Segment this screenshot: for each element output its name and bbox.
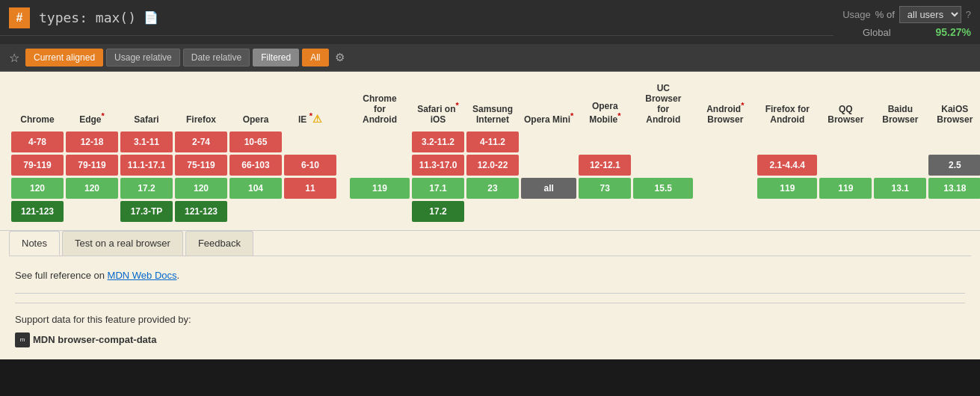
global-value: 95.27% <box>936 26 971 38</box>
table-row[interactable]: 11 <box>284 178 336 199</box>
baidu-header: BaiduBrowser <box>874 80 926 129</box>
opera-header: Opera <box>229 80 282 129</box>
table-row[interactable]: 120 <box>66 178 118 199</box>
table-row[interactable]: 17.2 <box>412 201 464 222</box>
opera-mobile-header: OperaMobile* <box>579 80 631 129</box>
tabs-section: Notes Test on a real browser Feedback Se… <box>0 230 980 359</box>
table-row[interactable]: 2-74 <box>175 132 227 152</box>
firefox-header: Firefox <box>175 80 227 129</box>
reference-end: . <box>177 270 180 281</box>
table-row <box>874 201 926 222</box>
table-row[interactable]: 12-18 <box>66 132 118 152</box>
table-row[interactable]: 23 <box>466 178 519 199</box>
ie-header: IE *⚠ <box>284 80 336 129</box>
table-row[interactable]: 11.1-17.1 <box>120 155 173 176</box>
table-row[interactable]: 17.2 <box>120 178 173 199</box>
table-row[interactable]: 75-119 <box>175 155 227 176</box>
feedback-tab[interactable]: Feedback <box>185 231 253 256</box>
table-row <box>350 132 410 152</box>
firefox-android-header: Firefox forAndroid <box>757 80 817 129</box>
table-row <box>928 201 980 222</box>
table-row <box>284 201 336 222</box>
kaios-header: KaiOSBrowser <box>928 80 980 129</box>
table-row <box>695 178 755 199</box>
table-row[interactable]: 11.3-17.0 <box>412 155 464 176</box>
table-row[interactable]: 6-10 <box>284 155 336 176</box>
table-row[interactable]: 13.1 <box>874 178 926 199</box>
table-row <box>695 132 755 152</box>
filtered-btn[interactable]: Filtered <box>253 49 299 66</box>
table-row <box>350 155 410 176</box>
table-row[interactable]: 12-12.1 <box>579 155 631 176</box>
table-row <box>350 201 410 222</box>
table-row[interactable]: 2.1-4.4.4 <box>757 155 817 176</box>
table-row <box>819 155 872 176</box>
date-relative-btn[interactable]: Date relative <box>183 49 250 66</box>
star-icon[interactable]: ☆ <box>9 51 19 65</box>
table-row[interactable]: 121-123 <box>175 201 227 222</box>
table-row[interactable]: 17.1 <box>412 178 464 199</box>
table-row[interactable]: 120 <box>11 178 64 199</box>
table-row[interactable]: 66-103 <box>229 155 282 176</box>
settings-icon[interactable]: ⚙ <box>335 51 345 64</box>
table-row[interactable]: 15.5 <box>633 178 693 199</box>
usage-relative-btn[interactable]: Usage relative <box>106 49 180 66</box>
provider-name: MDN browser-compat-data <box>33 332 156 348</box>
table-row[interactable]: 119 <box>757 178 817 199</box>
table-row[interactable]: 4-78 <box>11 132 64 152</box>
table-row <box>284 132 336 152</box>
table-row[interactable]: 121-123 <box>11 201 64 222</box>
provider-text: Support data for this feature provided b… <box>15 312 965 328</box>
table-row <box>757 132 817 152</box>
hash-icon: # <box>9 7 30 28</box>
mdn-logo-icon: m <box>15 332 30 347</box>
edge-header: Edge* <box>66 80 118 129</box>
doc-icon[interactable]: 📄 <box>144 10 158 25</box>
help-icon[interactable]: ? <box>966 9 971 20</box>
table-row <box>633 155 693 176</box>
opera-mini-header: Opera Mini* <box>521 80 576 129</box>
table-row[interactable]: 17.3-TP <box>120 201 173 222</box>
all-btn[interactable]: All <box>302 49 328 66</box>
table-row <box>874 132 926 152</box>
notes-tab[interactable]: Notes <box>9 231 60 256</box>
safari-ios-header: Safari on*iOS <box>412 80 464 129</box>
table-row[interactable]: 119 <box>350 178 410 199</box>
table-row <box>633 132 693 152</box>
table-row[interactable]: 79-119 <box>11 155 64 176</box>
table-row[interactable]: 10-65 <box>229 132 282 152</box>
table-row[interactable]: 2.5 <box>928 155 980 176</box>
table-row[interactable]: 73 <box>579 178 631 199</box>
table-row <box>819 201 872 222</box>
qq-header: QQBrowser <box>819 80 872 129</box>
table-row <box>633 201 693 222</box>
current-aligned-btn[interactable]: Current aligned <box>25 49 103 66</box>
test-tab[interactable]: Test on a real browser <box>62 231 183 256</box>
table-row[interactable]: 119 <box>819 178 872 199</box>
percent-of-label: % of <box>875 9 895 20</box>
table-row[interactable]: 3.2-11.2 <box>412 132 464 152</box>
main-content: Chrome Edge* Safari Firefox Opera IE *⚠ … <box>0 72 980 230</box>
table-row <box>66 201 118 222</box>
table-row <box>521 201 576 222</box>
provider-section: Support data for this feature provided b… <box>15 293 965 348</box>
table-row[interactable]: 4-11.2 <box>466 132 519 152</box>
table-row[interactable]: 79-119 <box>66 155 118 176</box>
notes-content: See full reference on MDN Web Docs. Supp… <box>9 256 971 359</box>
table-row[interactable]: 120 <box>175 178 227 199</box>
table-row[interactable]: 12.0-22 <box>466 155 519 176</box>
chrome-android-header: ChromeforAndroid <box>350 80 410 129</box>
table-row <box>874 155 926 176</box>
table-row[interactable]: all <box>521 178 576 199</box>
compat-table: Chrome Edge* Safari Firefox Opera IE *⚠ … <box>9 78 980 224</box>
table-row[interactable]: 13.18 <box>928 178 980 199</box>
toolbar: ☆ Current aligned Usage relative Date re… <box>0 44 980 72</box>
android-browser-header: Android*Browser <box>695 80 755 129</box>
table-row[interactable]: 3.1-11 <box>120 132 173 152</box>
safari-header: Safari <box>120 80 173 129</box>
mdn-link[interactable]: MDN Web Docs <box>108 270 177 281</box>
page-title: types: max() <box>39 10 136 25</box>
user-select[interactable]: all users <box>899 6 961 23</box>
table-row[interactable]: 104 <box>229 178 282 199</box>
chrome-header: Chrome <box>11 80 64 129</box>
